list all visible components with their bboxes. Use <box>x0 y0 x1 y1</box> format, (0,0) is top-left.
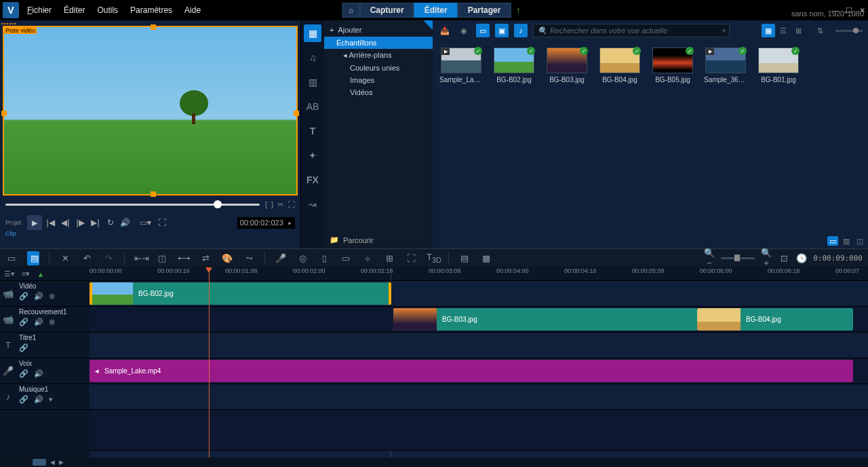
library-thumb[interactable]: ▶✓Sample_Lake... <box>439 48 483 83</box>
view-grid-icon[interactable]: ⊞ <box>791 24 805 37</box>
multitrack-icon[interactable]: ⊞ <box>383 253 395 263</box>
track-solo-icon[interactable]: ⊗ <box>49 292 55 301</box>
loop-button[interactable]: ↻ <box>104 218 117 227</box>
fullscreen-icon[interactable]: ⛶ <box>156 218 168 227</box>
sort-icon[interactable]: ⇅ <box>817 26 823 35</box>
track-up-icon[interactable]: ▲ <box>37 270 44 278</box>
panel-layout-icon[interactable]: ▭ <box>827 236 838 246</box>
transitions-icon[interactable]: ▥ <box>304 73 321 91</box>
play-button[interactable]: ▶ <box>27 215 42 230</box>
panel-expand-icon[interactable]: ◫ <box>854 236 865 246</box>
slip-icon[interactable]: ⇄ <box>199 253 212 263</box>
view-thumbnails-icon[interactable]: ▦ <box>762 24 775 37</box>
menu-settings[interactable]: Paramètres <box>130 5 172 15</box>
add-folder-button[interactable]: +Ajouter <box>324 23 433 37</box>
filter-video-icon[interactable]: ▭ <box>476 24 490 37</box>
library-thumb[interactable]: ✓BG-B03.jpg <box>545 48 589 83</box>
search-input[interactable]: 🔍 Rechercher dans votre vue actuelle × <box>533 24 730 37</box>
preview-timecode[interactable]: 00:00:02:023 ▸ <box>237 217 295 229</box>
tools-icon[interactable]: ✕ <box>59 253 71 263</box>
titles-icon[interactable]: AB <box>304 98 321 115</box>
zoom-out-icon[interactable]: 🔍− <box>703 248 715 268</box>
crop-icon[interactable]: ◫ <box>156 253 168 263</box>
scroll-left-icon[interactable]: ◀ <box>50 459 55 466</box>
menu-help[interactable]: Aide <box>184 5 201 15</box>
track-mute-icon[interactable]: 🔊 <box>34 292 43 301</box>
mark-in-icon[interactable]: [ <box>265 200 267 209</box>
tree-solid-colors[interactable]: Couleurs unies <box>324 62 433 74</box>
upload-icon[interactable]: ↑ <box>511 3 526 18</box>
tree-samples[interactable]: Échantillons <box>324 37 433 49</box>
library-thumb[interactable]: ▶✓Sample_360.m... <box>704 48 747 83</box>
thumbnail-zoom-slider[interactable] <box>835 30 863 32</box>
duration-icon[interactable]: 🕓 <box>795 253 808 263</box>
chapter-icon[interactable]: ▯ <box>318 253 330 263</box>
redo-button[interactable]: ↷ <box>102 253 115 263</box>
next-frame-button[interactable]: |▶ <box>75 218 87 227</box>
motion-icon[interactable]: ⤳ <box>243 253 255 263</box>
goto-start-button[interactable]: |◀ <box>45 218 57 227</box>
browse-button[interactable]: 📁 Parcourir <box>330 236 374 244</box>
library-thumb[interactable]: ✓BG-B01.jpg <box>757 48 800 83</box>
library-thumb[interactable]: ✓BG-B04.jpg <box>598 48 642 83</box>
tab-share[interactable]: Partager <box>458 3 511 18</box>
pan-zoom-icon[interactable]: ⛶ <box>405 253 417 263</box>
split-tool-icon[interactable]: ⟷ <box>178 253 190 263</box>
undo-button[interactable]: ↶ <box>81 253 93 263</box>
clip-overlay-2[interactable]: BG-B04.jpg <box>697 308 853 331</box>
goto-end-button[interactable]: ▶| <box>90 218 102 227</box>
menu-file[interactable]: Fichier <box>27 5 52 15</box>
tab-edit[interactable]: Éditer <box>414 3 458 18</box>
clip-video-1[interactable]: BG-B02.jpg <box>90 282 391 305</box>
playhead[interactable] <box>209 267 210 457</box>
clip-overlay-1[interactable]: BG-B03.jpg <box>393 308 697 331</box>
track-lock-icon[interactable]: 🔗 <box>19 292 28 301</box>
view-list-icon[interactable]: ☰ <box>776 24 790 37</box>
clip-voice-1[interactable]: ◂ Sample_Lake.mp4 <box>90 360 853 382</box>
tree-videos[interactable]: Vidéos <box>324 86 433 98</box>
menu-edit[interactable]: Éditer <box>64 5 85 15</box>
clear-search-icon[interactable]: × <box>722 26 726 35</box>
marker-icon[interactable]: ▭ <box>340 253 352 263</box>
tree-backgrounds[interactable]: ◂ Arrière-plans <box>324 49 433 62</box>
fx-icon[interactable]: FX <box>304 171 321 189</box>
home-button[interactable]: ⌂ <box>342 3 360 18</box>
menu-tools[interactable]: Outils <box>97 5 118 15</box>
tab-capture[interactable]: Capturer <box>360 3 414 18</box>
ripple-icon[interactable]: ⇤⇥ <box>134 253 146 263</box>
3d-title-icon[interactable]: T3D <box>427 252 439 264</box>
media-library-icon[interactable]: ▦ <box>304 24 321 42</box>
scroll-right-icon[interactable]: ▶ <box>59 459 64 466</box>
zoom-slider[interactable] <box>721 257 755 259</box>
preview-seek-bar[interactable] <box>5 204 260 206</box>
record-icon[interactable]: ◉ <box>457 24 471 37</box>
horizontal-scrollbar[interactable]: ◀▶ <box>0 457 868 467</box>
graphics-icon[interactable]: ✦ <box>304 147 321 164</box>
split-icon[interactable]: ✂ <box>277 200 283 209</box>
audio-ducking-icon[interactable]: ▦ <box>480 253 492 263</box>
expand-icon[interactable]: ⛶ <box>288 200 295 209</box>
library-thumb[interactable]: ✓BG-B02.jpg <box>492 48 536 83</box>
import-icon[interactable]: 📥 <box>438 24 452 37</box>
aspect-dropdown-icon[interactable]: ▭▾ <box>140 218 152 227</box>
preview-viewport[interactable]: Piste vidéo <box>3 26 298 195</box>
track-motion-icon[interactable]: ⟐ <box>361 253 374 263</box>
prev-frame-button[interactable]: ◀| <box>60 218 72 227</box>
fit-project-icon[interactable]: ⊡ <box>778 253 790 263</box>
volume-button[interactable]: 🔊 <box>119 218 132 227</box>
tree-images[interactable]: Images <box>324 74 433 86</box>
text-icon[interactable]: T <box>304 122 321 140</box>
zoom-in-icon[interactable]: 🔍+ <box>760 248 772 268</box>
pin-corner-icon[interactable] <box>423 20 433 30</box>
subtitle-icon[interactable]: ◎ <box>296 253 309 263</box>
track-add-icon[interactable]: ≡▾ <box>22 269 30 278</box>
filter-audio-icon[interactable]: ♪ <box>514 24 528 37</box>
mark-out-icon[interactable]: ] <box>271 200 273 209</box>
panel-collapse-icon[interactable]: ▥ <box>841 236 852 246</box>
record-vo-icon[interactable]: 🎤 <box>275 253 287 263</box>
filter-photo-icon[interactable]: ▣ <box>495 24 509 37</box>
mode-clip-label[interactable]: Clip <box>5 1 16 466</box>
mixer-icon[interactable]: ▤ <box>458 253 471 263</box>
library-thumb[interactable]: ✓BG-B05.jpg <box>651 48 694 83</box>
timeline-view-icon[interactable]: ▤ <box>27 251 39 265</box>
